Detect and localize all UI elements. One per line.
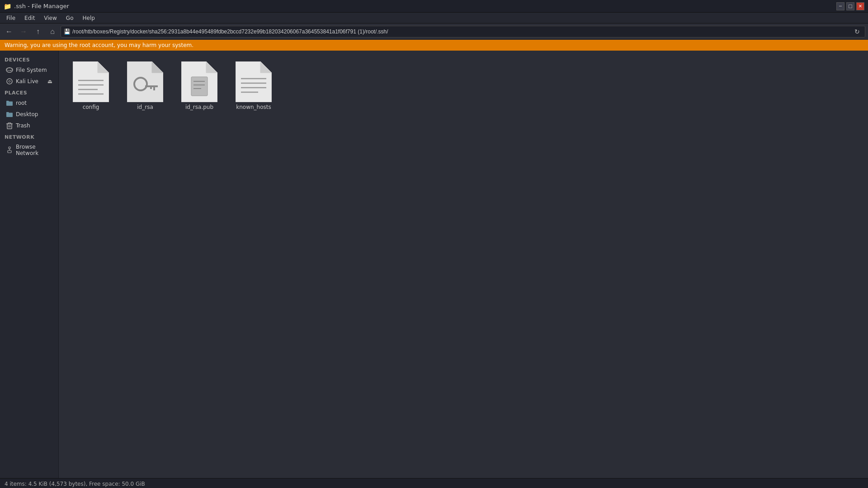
titlebar-app-icon: 📁 <box>4 3 11 10</box>
disc-icon <box>6 78 13 85</box>
menu-go[interactable]: Go <box>61 14 78 22</box>
sidebar-label-browse-network: Browse Network <box>16 144 52 156</box>
home-button[interactable]: ⌂ <box>46 25 59 38</box>
folder-icon-desktop <box>6 111 13 118</box>
warning-banner: Warning, you are using the root account,… <box>0 40 868 51</box>
svg-point-1 <box>6 68 13 70</box>
toolbar: ← → ↑ ⌂ 💾 ↻ <box>0 23 868 40</box>
file-item-id-rsa-pub[interactable]: id_rsa.pub <box>175 58 224 114</box>
sidebar-label-file-system: File System <box>16 67 47 73</box>
file-icon-id-rsa <box>127 61 163 102</box>
main-layout: DEVICES File System Kali Live ⏏ <box>0 51 868 478</box>
file-item-known-hosts[interactable]: known_hosts <box>229 58 278 114</box>
svg-point-4 <box>9 80 10 82</box>
svg-marker-15 <box>98 61 109 73</box>
svg-rect-11 <box>8 150 11 153</box>
sidebar-devices-title: DEVICES <box>0 54 58 64</box>
maximize-button[interactable]: □ <box>846 2 854 10</box>
hdd-icon <box>6 66 13 74</box>
sidebar-item-kali-live[interactable]: Kali Live ⏏ <box>1 76 57 87</box>
sidebar-label-trash: Trash <box>16 122 30 129</box>
warning-text: Warning, you are using the root account,… <box>5 42 193 48</box>
minimize-button[interactable]: ─ <box>836 2 844 10</box>
address-bar-container: 💾 ↻ <box>61 26 865 38</box>
forward-button[interactable]: → <box>17 25 30 38</box>
menu-file[interactable]: File <box>2 14 20 22</box>
sidebar-label-desktop: Desktop <box>16 111 38 117</box>
address-bar-input[interactable] <box>72 28 850 35</box>
menu-help[interactable]: Help <box>78 14 99 22</box>
menu-view[interactable]: View <box>39 14 61 22</box>
titlebar-left: 📁 .ssh - File Manager <box>4 3 69 10</box>
file-icon-known-hosts <box>236 61 272 102</box>
svg-point-3 <box>7 79 12 84</box>
sidebar-label-kali-live: Kali Live <box>16 78 38 84</box>
trash-icon <box>6 122 13 129</box>
folder-icon-root <box>6 99 13 107</box>
back-button[interactable]: ← <box>3 25 15 38</box>
sidebar-network-title: NETWORK <box>0 131 58 141</box>
sidebar-item-root[interactable]: root <box>1 98 57 108</box>
svg-marker-21 <box>152 61 163 73</box>
statusbar: 4 items: 4.5 KiB (4,573 bytes), Free spa… <box>0 478 868 488</box>
file-icon-config <box>73 61 109 102</box>
sidebar-item-file-system[interactable]: File System <box>1 65 57 75</box>
sidebar: DEVICES File System Kali Live ⏏ <box>0 51 59 478</box>
file-item-config[interactable]: config <box>66 58 116 114</box>
file-label-id-rsa: id_rsa <box>137 104 153 110</box>
file-area: config id_rsa <box>59 51 868 478</box>
address-bar-icon: 💾 <box>64 28 71 35</box>
reload-button[interactable]: ↻ <box>852 27 862 37</box>
file-icon-id-rsa-pub <box>181 61 217 102</box>
sidebar-item-desktop[interactable]: Desktop <box>1 109 57 120</box>
close-button[interactable]: ✕ <box>856 2 864 10</box>
file-label-id-rsa-pub: id_rsa.pub <box>185 104 213 110</box>
sidebar-places-title: PLACES <box>0 87 58 97</box>
menubar: File Edit View Go Help <box>0 13 868 23</box>
statusbar-text: 4 items: 4.5 KiB (4,573 bytes), Free spa… <box>5 481 145 487</box>
menu-edit[interactable]: Edit <box>20 14 39 22</box>
svg-rect-7 <box>8 123 11 124</box>
svg-point-2 <box>10 70 11 71</box>
up-button[interactable]: ↑ <box>32 25 44 38</box>
sidebar-item-trash[interactable]: Trash <box>1 120 57 131</box>
file-label-config: config <box>83 104 99 110</box>
titlebar-controls[interactable]: ─ □ ✕ <box>836 2 864 10</box>
svg-rect-28 <box>191 77 208 96</box>
file-label-known-hosts: known_hosts <box>236 104 271 110</box>
svg-rect-12 <box>9 147 10 149</box>
sidebar-label-root: root <box>16 100 27 106</box>
titlebar: 📁 .ssh - File Manager ─ □ ✕ <box>0 0 868 13</box>
svg-marker-27 <box>206 61 217 73</box>
file-item-id-rsa[interactable]: id_rsa <box>120 58 170 114</box>
eject-icon[interactable]: ⏏ <box>47 78 52 84</box>
network-icon <box>6 146 13 154</box>
sidebar-item-browse-network[interactable]: Browse Network <box>1 142 57 158</box>
titlebar-title: .ssh - File Manager <box>14 3 69 9</box>
svg-marker-33 <box>260 61 272 73</box>
